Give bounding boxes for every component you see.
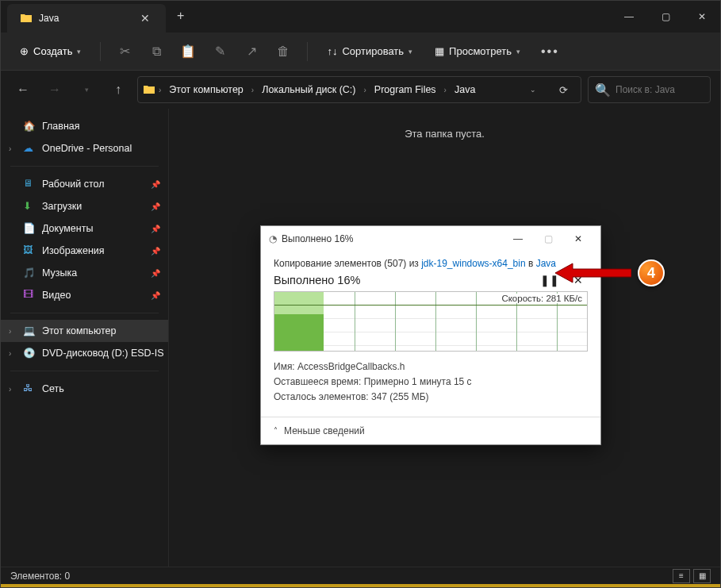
search-icon: 🔍: [595, 83, 611, 98]
separator: [10, 313, 159, 313]
crumb-thispc[interactable]: Этот компьютер: [164, 81, 247, 98]
chevron-icon[interactable]: ›: [9, 144, 11, 153]
sidebar-item-network[interactable]: › 🖧 Сеть: [1, 378, 168, 400]
dest-link[interactable]: Java: [536, 258, 556, 269]
recent-dropdown[interactable]: ▾: [74, 77, 99, 102]
item-count: Элементов: 0: [10, 571, 70, 582]
close-button[interactable]: ✕: [684, 1, 720, 33]
sidebar-item-documents[interactable]: 📄 Документы 📌: [1, 217, 168, 240]
forward-button[interactable]: →: [42, 77, 67, 102]
time-label: Оставшееся время:: [274, 376, 361, 387]
chevron-right-icon: ›: [443, 86, 448, 94]
name-value: AccessBridgeCallbacks.h: [297, 361, 405, 372]
separator: [10, 371, 159, 371]
new-tab-button[interactable]: +: [166, 1, 195, 33]
dialog-close-button[interactable]: ✕: [564, 228, 593, 250]
empty-folder-message: Эта папка пуста.: [169, 109, 720, 159]
pin-icon: 📌: [151, 202, 160, 211]
view-label: Просмотреть: [449, 45, 512, 57]
dialog-minimize-button[interactable]: ―: [504, 228, 532, 250]
dialog-maximize-button[interactable]: ▢: [534, 228, 562, 250]
window-controls: ― ▢ ✕: [611, 1, 720, 33]
less-details-toggle[interactable]: ˄ Меньше сведений: [261, 417, 600, 444]
crumb-c[interactable]: Локальный диск (C:): [257, 81, 360, 98]
sidebar-item-downloads[interactable]: ⬇ Загрузки 📌: [1, 195, 168, 217]
remain-label: Осталось элементов:: [274, 391, 369, 402]
progress-row: Выполнено 16% ❚❚ ✕: [274, 274, 588, 286]
maximize-button[interactable]: ▢: [647, 1, 684, 33]
pin-icon: 📌: [151, 269, 160, 278]
chevron-icon[interactable]: ›: [9, 327, 11, 336]
graph-fill-dark: [274, 314, 324, 351]
sidebar-item-home[interactable]: 🏠 Главная: [1, 115, 168, 137]
statusbar: Элементов: 0 ≡ ▦: [1, 567, 720, 587]
sidebar-item-music[interactable]: 🎵 Музыка 📌: [1, 262, 168, 284]
sidebar-item-label: Изображения: [42, 245, 105, 256]
cloud-icon: ☁: [23, 142, 36, 155]
icons-view-button[interactable]: ▦: [693, 569, 711, 583]
copy-icon[interactable]: ⧉: [142, 37, 171, 66]
remain-value: 347 (255 МБ): [371, 391, 429, 402]
document-icon: 📄: [23, 222, 36, 235]
pin-icon: 📌: [151, 180, 160, 189]
breadcrumb[interactable]: › Этот компьютер › Локальный диск (C:) ›…: [137, 76, 581, 103]
chevron-right-icon: ›: [157, 86, 163, 94]
navbar: ← → ▾ ↑ › Этот компьютер › Локальный дис…: [1, 71, 720, 109]
download-icon: ⬇: [23, 200, 36, 213]
up-button[interactable]: ↑: [105, 77, 131, 102]
separator: [10, 166, 159, 167]
crumb-java[interactable]: Java: [450, 81, 480, 98]
paste-icon[interactable]: 📋: [174, 37, 202, 66]
pin-icon: 📌: [151, 225, 160, 233]
search-box[interactable]: 🔍: [588, 76, 711, 103]
rename-icon[interactable]: ✎: [205, 37, 234, 66]
titlebar: Java ✕ + ― ▢ ✕: [1, 1, 720, 33]
progress-text: Выполнено 16%: [274, 274, 360, 286]
network-icon: 🖧: [23, 382, 36, 395]
separator: [100, 42, 101, 61]
dialog-titlebar[interactable]: ◔ Выполнено 16% ― ▢ ✕: [261, 226, 600, 252]
folder-icon: [20, 12, 33, 25]
create-button[interactable]: ⊕ Создать ▾: [10, 40, 90, 62]
tab-java[interactable]: Java ✕: [7, 4, 166, 33]
sidebar-item-label: Сеть: [42, 383, 64, 394]
view-button[interactable]: ▦ Просмотреть ▾: [425, 40, 530, 62]
search-input[interactable]: [616, 84, 704, 95]
plus-icon: ⊕: [20, 45, 29, 57]
sidebar-item-label: Видео: [42, 290, 71, 301]
dialog-title: Выполнено 16%: [282, 233, 354, 244]
crumb-pf[interactable]: Program Files: [370, 81, 441, 98]
sidebar-item-pictures[interactable]: 🖼 Изображения 📌: [1, 240, 168, 262]
refresh-button[interactable]: ⟳: [550, 77, 576, 102]
sidebar-item-label: Этот компьютер: [42, 325, 116, 336]
sort-label: Сортировать: [342, 45, 404, 57]
delete-icon[interactable]: 🗑: [269, 37, 297, 66]
sidebar-item-desktop[interactable]: 🖥 Рабочий стол 📌: [1, 173, 168, 195]
share-icon[interactable]: ↗: [237, 37, 266, 66]
chevron-down-icon: ▾: [516, 48, 520, 56]
sidebar-item-thispc[interactable]: › 💻 Этот компьютер: [1, 320, 168, 342]
source-link[interactable]: jdk-19_windows-x64_bin: [421, 258, 525, 269]
sidebar-item-videos[interactable]: 🎞 Видео 📌: [1, 284, 168, 306]
chevron-icon[interactable]: ›: [9, 349, 11, 358]
cut-icon[interactable]: ✂: [110, 37, 139, 66]
history-dropdown[interactable]: ⌄: [520, 77, 546, 102]
sidebar-item-onedrive[interactable]: › ☁ OneDrive - Personal: [1, 137, 168, 159]
details-view-button[interactable]: ≡: [673, 569, 690, 583]
sidebar-item-label: Рабочий стол: [42, 179, 104, 190]
close-icon[interactable]: ✕: [137, 9, 153, 28]
view-icon: ▦: [435, 45, 444, 57]
more-button[interactable]: •••: [533, 40, 567, 63]
speed-graph: Скорость: 281 КБ/с: [274, 291, 588, 352]
back-button[interactable]: ←: [10, 77, 36, 102]
callout-arrow: 4: [555, 259, 665, 286]
picture-icon: 🖼: [23, 244, 36, 257]
sort-button[interactable]: ↑↓ Сортировать ▾: [317, 40, 422, 62]
chevron-icon[interactable]: ›: [9, 385, 11, 394]
less-details-label: Меньше сведений: [284, 425, 365, 436]
chevron-right-icon: ›: [362, 86, 367, 94]
sidebar-item-dvd[interactable]: › 💿 DVD-дисковод (D:) ESD-IS: [1, 342, 168, 364]
minimize-button[interactable]: ―: [611, 1, 647, 33]
sidebar-item-label: OneDrive - Personal: [42, 143, 132, 154]
home-icon: 🏠: [23, 120, 36, 133]
